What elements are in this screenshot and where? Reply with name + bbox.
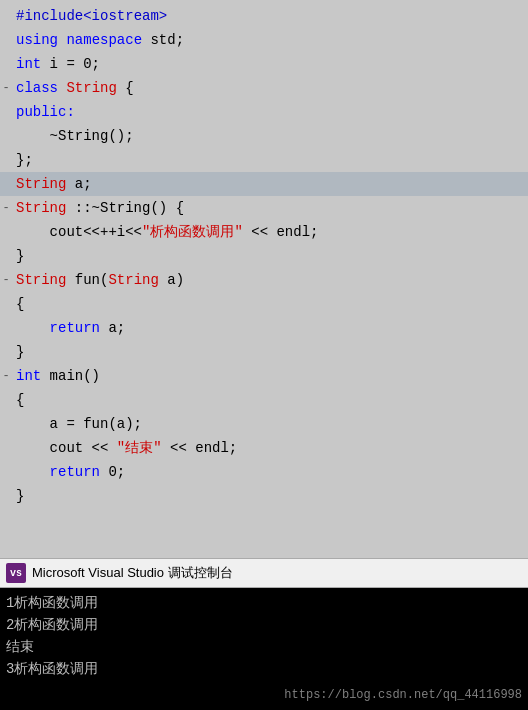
vs-icon: vs xyxy=(6,563,26,583)
console-output-line: 结束 xyxy=(6,636,522,658)
token: { xyxy=(16,392,24,408)
code-line: cout<<++i<<"析构函数调用" << endl; xyxy=(0,220,528,244)
line-gutter: - xyxy=(0,81,12,95)
line-content: String fun(String a) xyxy=(12,268,184,292)
code-line: String a; xyxy=(0,172,528,196)
line-content: { xyxy=(12,388,24,412)
line-content: int main() xyxy=(12,364,100,388)
code-line: }; xyxy=(0,148,528,172)
line-content: } xyxy=(12,484,24,508)
token: namespace xyxy=(66,32,150,48)
code-line: int i = 0; xyxy=(0,52,528,76)
token: class xyxy=(16,80,66,96)
code-line: } xyxy=(0,484,528,508)
token: } xyxy=(16,488,24,504)
token: fun( xyxy=(75,272,109,288)
token: a) xyxy=(167,272,184,288)
token: ~String(); xyxy=(16,128,134,144)
token: std; xyxy=(150,32,184,48)
line-content: #include<iostream> xyxy=(12,4,167,28)
token: String xyxy=(16,200,75,216)
console-output-line: 1析构函数调用 xyxy=(6,592,522,614)
token: return xyxy=(50,464,109,480)
line-content: } xyxy=(12,244,24,268)
token: { xyxy=(16,296,24,312)
token: String xyxy=(16,176,75,192)
console-url: https://blog.csdn.net/qq_44116998 xyxy=(284,684,522,706)
line-content: return a; xyxy=(12,316,125,340)
line-gutter: - xyxy=(0,201,12,215)
token: String xyxy=(16,272,75,288)
code-line: return a; xyxy=(0,316,528,340)
token: int xyxy=(16,368,50,384)
line-content: public: xyxy=(12,100,75,124)
token: << endl; xyxy=(243,224,319,240)
token: cout << xyxy=(16,440,117,456)
token: a = fun(a); xyxy=(16,416,142,432)
line-content: ~String(); xyxy=(12,124,134,148)
token: cout<<++i<< xyxy=(16,224,142,240)
line-content: } xyxy=(12,340,24,364)
line-content: a = fun(a); xyxy=(12,412,142,436)
code-line: a = fun(a); xyxy=(0,412,528,436)
token: return xyxy=(50,320,109,336)
code-line: return 0; xyxy=(0,460,528,484)
code-line: } xyxy=(0,244,528,268)
code-line: } xyxy=(0,340,528,364)
token: int xyxy=(16,56,50,72)
token: "结束" xyxy=(117,440,162,456)
token xyxy=(16,464,50,480)
code-line: cout << "结束" << endl; xyxy=(0,436,528,460)
token: << endl; xyxy=(162,440,238,456)
token: }; xyxy=(16,152,33,168)
token: using xyxy=(16,32,66,48)
code-line: -class String { xyxy=(0,76,528,100)
code-line: { xyxy=(0,292,528,316)
token: String xyxy=(108,272,167,288)
console-output-line: 3析构函数调用 xyxy=(6,658,522,680)
line-content: String ::~String() { xyxy=(12,196,184,220)
code-line: { xyxy=(0,388,528,412)
line-gutter: - xyxy=(0,273,12,287)
token: "析构函数调用" xyxy=(142,224,243,240)
line-content: int i = 0; xyxy=(12,52,100,76)
code-line: public: xyxy=(0,100,528,124)
line-gutter: - xyxy=(0,369,12,383)
token: public: xyxy=(16,104,75,120)
line-content: }; xyxy=(12,148,33,172)
token: ::~String() { xyxy=(75,200,184,216)
token: main() xyxy=(50,368,100,384)
token: String xyxy=(66,80,125,96)
code-line: -String ::~String() { xyxy=(0,196,528,220)
token: 0; xyxy=(108,464,125,480)
code-line: using namespace std; xyxy=(0,28,528,52)
line-content: { xyxy=(12,292,24,316)
console-header: vs Microsoft Visual Studio 调试控制台 xyxy=(0,558,528,588)
token: } xyxy=(16,344,24,360)
token xyxy=(16,320,50,336)
token: a; xyxy=(108,320,125,336)
token: <iostream> xyxy=(83,8,167,24)
line-content: cout << "结束" << endl; xyxy=(12,436,237,460)
line-content: return 0; xyxy=(12,460,125,484)
code-line: -int main() xyxy=(0,364,528,388)
code-line: #include<iostream> xyxy=(0,4,528,28)
code-line: ~String(); xyxy=(0,124,528,148)
code-line: -String fun(String a) xyxy=(0,268,528,292)
token: { xyxy=(125,80,133,96)
token: i = 0; xyxy=(50,56,100,72)
vs-icon-label: vs xyxy=(10,568,22,579)
console-title: Microsoft Visual Studio 调试控制台 xyxy=(32,564,233,582)
line-content: using namespace std; xyxy=(12,28,184,52)
token: } xyxy=(16,248,24,264)
console-output: 1析构函数调用2析构函数调用结束3析构函数调用https://blog.csdn… xyxy=(0,588,528,710)
token: #include xyxy=(16,8,83,24)
line-content: class String { xyxy=(12,76,134,100)
line-content: cout<<++i<<"析构函数调用" << endl; xyxy=(12,220,318,244)
console-output-line: 2析构函数调用 xyxy=(6,614,522,636)
token: a; xyxy=(75,176,92,192)
line-content: String a; xyxy=(12,172,92,196)
code-editor: #include<iostream>using namespace std;in… xyxy=(0,0,528,558)
